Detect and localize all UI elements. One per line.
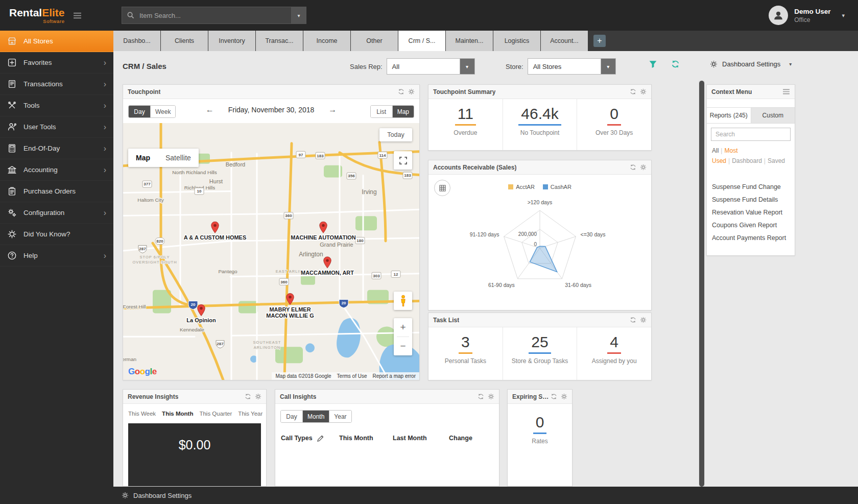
svg-text:303: 303 <box>373 274 380 278</box>
stat-label: Assigned by you <box>592 357 637 365</box>
revenue-tab-this-quarter[interactable]: This Quarter <box>199 411 232 417</box>
sidebar-item-favorites[interactable]: Favorites› <box>0 52 113 74</box>
help-icon <box>7 251 17 260</box>
next-day-arrow-icon[interactable]: → <box>328 105 337 114</box>
report-link-resevation-value-report[interactable]: Resevation Value Report <box>712 206 790 219</box>
scrollbar-thumb[interactable] <box>699 81 704 487</box>
tab-inventory[interactable]: Inventory <box>208 31 256 51</box>
revenue-insights-panel: Revenue Insights This WeekThis MonthThis… <box>123 389 267 487</box>
revenue-tab-this-month[interactable]: This Month <box>162 411 193 417</box>
call-toggle-year[interactable]: Year <box>329 411 351 422</box>
store-select[interactable]: All Stores ▾ <box>528 58 616 75</box>
task-list-panel: Task List 3Personal Tasks25Store & Group… <box>428 313 652 380</box>
chevron-right-icon: › <box>104 252 106 260</box>
map-type-map-button[interactable]: Map <box>128 149 158 167</box>
map-type-control: Map Satellite <box>128 149 199 167</box>
menu-icon[interactable] <box>782 89 790 94</box>
panel-title: Context Menu <box>711 88 752 95</box>
refresh-icon[interactable] <box>551 393 557 400</box>
panel-title: Touchpoint Summary <box>433 88 495 95</box>
add-tab-button[interactable]: + <box>593 35 606 47</box>
tab-income[interactable]: Income <box>303 31 351 51</box>
reports-search-input[interactable] <box>711 128 791 141</box>
pencil-icon[interactable] <box>317 435 324 442</box>
report-map-error-link[interactable]: Report a map error <box>373 373 416 379</box>
sidebar-item-transactions[interactable]: Transactions› <box>0 74 113 95</box>
sidebar-item-purchase-orders[interactable]: Purchase Orders <box>0 181 113 202</box>
sidebar-toggle-icon[interactable] <box>73 12 82 19</box>
refresh-icon[interactable] <box>478 393 484 400</box>
tab-clients[interactable]: Clients <box>161 31 208 51</box>
refresh-icon[interactable] <box>398 88 404 95</box>
zoom-out-button[interactable]: − <box>394 337 412 355</box>
workspace-tab-bar: Dashbo...ClientsInventoryTransac...Incom… <box>113 31 858 51</box>
refresh-icon[interactable] <box>671 60 680 68</box>
legend-item-acctar[interactable]: AcctAR <box>508 184 535 190</box>
refresh-icon[interactable] <box>630 88 636 95</box>
footer-dashboard-settings[interactable]: Dashboard Settings <box>133 492 192 499</box>
google-map[interactable]: BedfordNorth Richland HillsHurstRichland… <box>123 123 419 380</box>
vertical-scrollbar[interactable] <box>699 81 705 487</box>
search-options-button[interactable]: ▾ <box>291 7 306 24</box>
tab-transac[interactable]: Transac... <box>256 31 303 51</box>
svg-text:20: 20 <box>191 302 196 307</box>
tab-logistics[interactable]: Logistics <box>493 31 541 51</box>
report-link-account-payments-report[interactable]: Account Payments Report <box>712 232 790 245</box>
call-toggle-day[interactable]: Day <box>281 411 302 422</box>
refresh-icon[interactable] <box>630 317 636 323</box>
report-link-coupons-given-report[interactable]: Coupons Given Report <box>712 219 790 232</box>
gear-icon[interactable] <box>640 164 647 171</box>
tab-reports[interactable]: Reports (245) <box>707 108 751 123</box>
call-toggle-month[interactable]: Month <box>302 411 329 422</box>
revenue-tab-this-year[interactable]: This Year <box>238 411 263 417</box>
gear-icon[interactable] <box>561 393 567 400</box>
fullscreen-button[interactable] <box>394 151 412 170</box>
filter-saved[interactable]: Saved <box>768 157 785 164</box>
tab-custom[interactable]: Custom <box>751 108 795 123</box>
gear-icon[interactable] <box>408 88 415 95</box>
filter-separator: | <box>762 157 768 164</box>
dashboard-settings-menu[interactable]: Dashboard Settings ▾ <box>710 60 792 68</box>
map-zoom-control: + − <box>394 318 412 355</box>
list-toggle-button[interactable]: List <box>371 106 392 117</box>
sidebar-item-all-stores[interactable]: All Stores <box>0 31 113 52</box>
pegman-button[interactable] <box>394 292 412 310</box>
zoom-in-button[interactable]: + <box>394 318 412 337</box>
report-link-suspense-fund-change[interactable]: Suspense Fund Change <box>712 181 790 194</box>
tab-crm-s[interactable]: Crm / S... <box>398 31 446 51</box>
revenue-tab-this-week[interactable]: This Week <box>128 411 156 417</box>
map-type-satellite-button[interactable]: Satellite <box>158 149 199 167</box>
map-toggle-button[interactable]: Map <box>392 106 414 117</box>
refresh-icon[interactable] <box>245 393 251 400</box>
gear-icon[interactable] <box>640 88 647 95</box>
gear-icon[interactable] <box>640 317 647 323</box>
map-city-label: Haltom City <box>137 197 164 203</box>
sidebar-item-end-of-day[interactable]: End-Of-Day› <box>0 138 113 159</box>
stat-value: 4 <box>607 334 621 354</box>
filter-all[interactable]: All <box>712 147 719 154</box>
tab-other[interactable]: Other <box>351 31 398 51</box>
today-button[interactable]: Today <box>379 128 412 141</box>
terms-of-use-link[interactable]: Terms of Use <box>337 373 367 379</box>
tab-mainten[interactable]: Mainten... <box>446 31 493 51</box>
sidebar-item-help[interactable]: Help› <box>0 245 113 267</box>
user-menu[interactable]: Demo User Office ▾ <box>769 6 845 25</box>
legend-item-cashar[interactable]: CashAR <box>543 184 571 190</box>
gear-icon[interactable] <box>122 492 129 499</box>
tab-dashbo[interactable]: Dashbo... <box>113 31 161 51</box>
sidebar-item-user-tools[interactable]: User Tools› <box>0 116 113 138</box>
sales-rep-select[interactable]: All ▾ <box>387 58 475 75</box>
sidebar-item-accounting[interactable]: Accounting› <box>0 159 113 181</box>
gear-icon[interactable] <box>488 393 494 400</box>
previous-day-arrow-icon[interactable]: ← <box>206 105 214 114</box>
sidebar-item-configuration[interactable]: Configuration› <box>0 202 113 224</box>
refresh-icon[interactable] <box>630 164 636 171</box>
report-link-suspense-fund-details[interactable]: Suspense Fund Details <box>712 194 790 206</box>
item-search-input[interactable] <box>122 7 291 24</box>
sidebar-item-did-you-know[interactable]: Did You Know? <box>0 224 113 245</box>
sidebar-item-tools[interactable]: Tools› <box>0 95 113 116</box>
filter-dashboard[interactable]: Dashboard <box>732 157 762 164</box>
gear-icon[interactable] <box>255 393 261 400</box>
tab-account[interactable]: Account... <box>541 31 588 51</box>
filter-icon[interactable] <box>649 60 657 68</box>
